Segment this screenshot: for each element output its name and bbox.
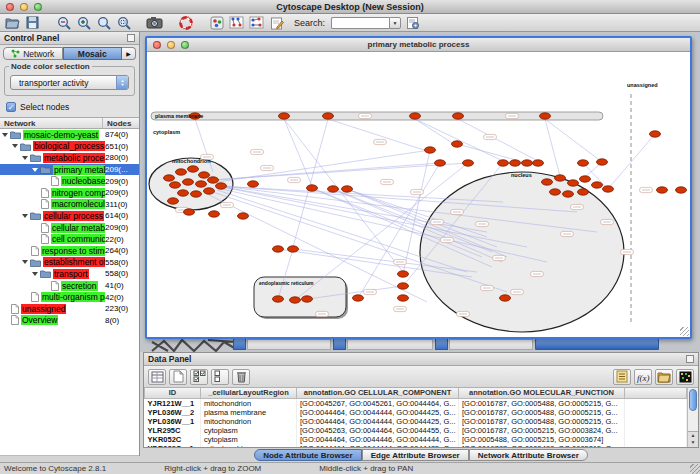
- table-cell[interactable]: mitochondrion: [201, 444, 297, 448]
- table-header-1[interactable]: _cellularLayoutRegion: [201, 388, 297, 398]
- table-cell[interactable]: [GO:0016787, GO:0005488, GO:0005215, G..…: [459, 398, 625, 408]
- layout-vertical-icon[interactable]: [248, 15, 265, 31]
- background-window-3[interactable]: [435, 338, 448, 350]
- network-canvas[interactable]: plasma membranecytoplasmmitochondrionnuc…: [147, 52, 690, 337]
- table-row[interactable]: YKR052Ccytoplasm[GO:0044464, GO:0044446,…: [145, 435, 687, 444]
- tree-item-biological-process[interactable]: biological_process651(0): [0, 141, 139, 153]
- tree-item-establishment-of-lo[interactable]: establishment of lo558(0): [0, 257, 139, 269]
- attribute-list-icon[interactable]: [613, 369, 631, 385]
- zoom-selected-icon[interactable]: [115, 15, 132, 31]
- save-icon[interactable]: [24, 15, 41, 31]
- table-cell[interactable]: YJR121W__1: [145, 398, 201, 408]
- table-cell[interactable]: [625, 435, 687, 444]
- tree-item-response-to-stimulu[interactable]: response to stimulu264(0): [0, 245, 139, 257]
- node-attribute-table[interactable]: ID_cellularLayoutRegionannotation.GO CEL…: [144, 388, 687, 447]
- table-row[interactable]: YDR039C__1mitochondrion[GO:0044464, GO:0…: [145, 444, 687, 448]
- table-cell[interactable]: mitochondrion: [201, 417, 297, 426]
- tree-item-unassigned[interactable]: unassigned223(0): [0, 303, 139, 315]
- table-header-0[interactable]: ID: [145, 388, 201, 398]
- window-resize-grip[interactable]: [680, 327, 689, 336]
- snapshot-icon[interactable]: [146, 15, 163, 31]
- tree-item-mosaic-demo-yeast[interactable]: mosaic-demo-yeast874(0): [0, 129, 139, 141]
- expand-arrow-icon[interactable]: [32, 272, 38, 276]
- new-attribute-icon[interactable]: [169, 369, 187, 385]
- open-icon[interactable]: [4, 15, 21, 31]
- table-cell[interactable]: YPL036W__2: [145, 408, 201, 417]
- table-cell[interactable]: cytoplasm: [201, 426, 297, 435]
- table-cell[interactable]: [GO:0045267, GO:0045261, GO:0044464, G..…: [297, 398, 459, 408]
- table-cell[interactable]: [GO:0005488, GO:0005215, GO:0003674]: [459, 435, 625, 444]
- table-cell[interactable]: [GO:0044464, GO:0044446, GO:0044444, G..…: [297, 435, 459, 444]
- table-cell[interactable]: [GO:0016787, GO:0005488, GO:0005215, G..…: [459, 444, 625, 448]
- table-cell[interactable]: [625, 408, 687, 417]
- expand-arrow-icon[interactable]: [12, 144, 18, 148]
- tree-item-metabolic-process[interactable]: metabolic process280(0): [0, 152, 139, 164]
- table-row[interactable]: YLR295Ccytoplasm[GO:0045263, GO:0044464,…: [145, 426, 687, 435]
- background-window-2[interactable]: [333, 338, 346, 350]
- table-cell[interactable]: YLR295C: [145, 426, 201, 435]
- search-dropdown-arrow[interactable]: ▼: [389, 17, 401, 29]
- tab-mosaic[interactable]: Mosaic: [63, 47, 123, 60]
- tab-network[interactable]: Network: [3, 47, 63, 60]
- table-cell[interactable]: [625, 398, 687, 408]
- app-resize-grip[interactable]: [690, 464, 700, 474]
- layout-horizontal-icon[interactable]: [228, 15, 245, 31]
- tree-item-transport[interactable]: transport558(0): [0, 268, 139, 280]
- tree-item-cellular-process[interactable]: cellular process614(0): [0, 210, 139, 222]
- more-tabs-arrow-icon[interactable]: ▶: [122, 47, 136, 60]
- table-cell[interactable]: YKR052C: [145, 435, 201, 444]
- tab-edge-attribute-browser[interactable]: Edge Attribute Browser: [362, 449, 469, 461]
- zoom-in-icon[interactable]: [75, 15, 92, 31]
- background-window-4-titlebar[interactable]: [535, 338, 659, 350]
- expand-arrow-icon[interactable]: [22, 214, 28, 218]
- help-icon[interactable]: [177, 15, 194, 31]
- table-cell[interactable]: [625, 444, 687, 448]
- table-row[interactable]: YJR121W__1mitochondrion[GO:0045267, GO:0…: [145, 398, 687, 408]
- function-builder-icon[interactable]: f(x): [634, 369, 652, 385]
- expand-arrow-icon[interactable]: [22, 260, 28, 264]
- tab-node-attribute-browser[interactable]: Node Attribute Browser: [254, 449, 362, 461]
- zoom-out-icon[interactable]: [55, 15, 72, 31]
- import-attributes-icon[interactable]: [655, 369, 673, 385]
- matrix-icon[interactable]: [676, 369, 694, 385]
- float-data-panel-icon[interactable]: [686, 355, 694, 363]
- tab-network-attribute-browser[interactable]: Network Attribute Browser: [469, 449, 588, 461]
- tree-item-nitrogen-compo[interactable]: nitrogen compo209(0): [0, 187, 139, 199]
- table-row[interactable]: YPL036W__2plasma membrane[GO:0044464, GO…: [145, 408, 687, 417]
- tree-item-cell-communicat[interactable]: cell communicat22(0): [0, 233, 139, 245]
- scrollbar-arrows[interactable]: ▲▼: [688, 431, 698, 447]
- table-cell[interactable]: plasma membrane: [201, 408, 297, 417]
- select-all-attributes-icon[interactable]: [190, 369, 208, 385]
- search-input[interactable]: [331, 17, 389, 29]
- select-nodes-checkbox[interactable]: ✓: [6, 102, 16, 112]
- tree-item-secretion[interactable]: secretion41(0): [0, 280, 139, 292]
- table-cell[interactable]: [GO:0044464, GO:0044444, GO:0044425, G..…: [297, 444, 459, 448]
- table-scrollbar[interactable]: ▲▼: [687, 388, 698, 447]
- tree-col-network[interactable]: Network: [0, 118, 103, 128]
- annotation-icon[interactable]: [268, 15, 285, 31]
- search-options-icon[interactable]: [404, 15, 421, 31]
- table-cell[interactable]: YDR039C__1: [145, 444, 201, 448]
- float-panel-icon[interactable]: [127, 34, 135, 42]
- table-cell[interactable]: mitochondrion: [201, 398, 297, 408]
- delete-attribute-icon[interactable]: [232, 369, 250, 385]
- node-color-dropdown[interactable]: transporter activity ▲▼: [10, 75, 129, 90]
- network-window-titlebar[interactable]: primary metabolic process: [147, 38, 690, 52]
- table-cell[interactable]: [GO:0016787, GO:0005215, GO:0003824, G..…: [459, 426, 625, 435]
- tree-item-cellular-metabo[interactable]: cellular metabo209(0): [0, 222, 139, 234]
- expand-arrow-icon[interactable]: [2, 133, 8, 137]
- table-cell[interactable]: [GO:0044464, GO:0044444, GO:0044425, G..…: [297, 417, 459, 426]
- tree-item-multi-organism-pro[interactable]: multi-organism pro42(0): [0, 291, 139, 303]
- vizmapper-icon[interactable]: [208, 15, 225, 31]
- table-cell[interactable]: [GO:0016787, GO:0005488, GO:0005215, G..…: [459, 417, 625, 426]
- table-cell[interactable]: [GO:0016787, GO:0005488, GO:0005215, G..…: [459, 408, 625, 417]
- table-header-2[interactable]: annotation.GO CELLULAR_COMPONENT: [297, 388, 459, 398]
- table-cell[interactable]: [625, 426, 687, 435]
- expand-arrow-icon[interactable]: [22, 156, 28, 160]
- expand-arrow-icon[interactable]: [32, 168, 38, 172]
- tree-item-overview[interactable]: Overview8(0): [0, 315, 139, 327]
- attribute-select-icon[interactable]: [148, 369, 166, 385]
- tree-item-primary-metabo[interactable]: primary metabo209(...: [0, 164, 139, 176]
- table-cell[interactable]: [GO:0045263, GO:0044464, GO:0044455, G..…: [297, 426, 459, 435]
- table-header-3[interactable]: annotation.GO MOLECULAR_FUNCTION: [459, 388, 625, 398]
